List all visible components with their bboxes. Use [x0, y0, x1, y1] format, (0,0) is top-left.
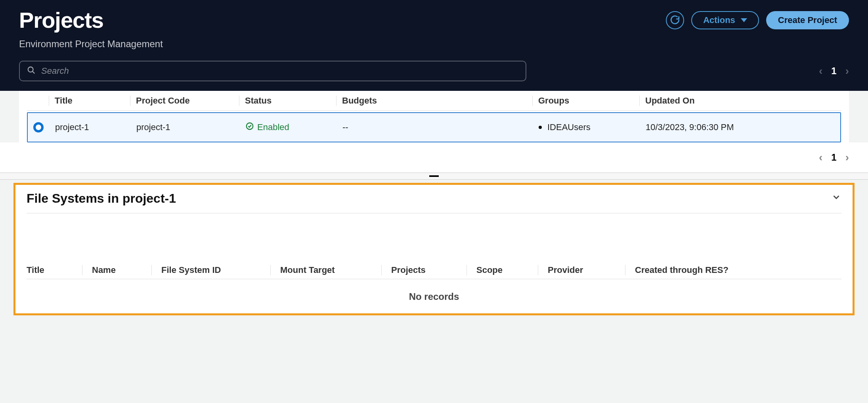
fs-col-scope[interactable]: Scope: [467, 265, 538, 275]
actions-dropdown-button[interactable]: Actions: [691, 11, 759, 29]
file-systems-table-header: Title Name File System ID Mount Target P…: [27, 261, 841, 279]
row-groups: IDEAUsers: [533, 122, 640, 132]
col-status[interactable]: Status: [239, 96, 336, 106]
create-project-button[interactable]: Create Project: [766, 11, 849, 29]
chevron-down-icon: [831, 192, 841, 205]
row-select-cell: [28, 122, 50, 132]
current-page: 1: [831, 152, 836, 163]
row-title: project-1: [50, 122, 131, 132]
title-block: Projects Environment Project Management: [19, 7, 163, 50]
svg-point-0: [28, 67, 33, 72]
row-group-name: IDEAUsers: [547, 122, 591, 132]
search-box[interactable]: [19, 61, 526, 81]
check-circle-icon: [245, 122, 254, 133]
actions-label: Actions: [703, 15, 735, 25]
top-pagination: ‹ 1 ›: [819, 65, 849, 77]
fs-col-provider[interactable]: Provider: [538, 265, 625, 275]
page-subtitle: Environment Project Management: [19, 38, 163, 50]
panel-resize-handle[interactable]: [0, 173, 868, 180]
collapse-button[interactable]: [831, 192, 841, 205]
header-actions: Actions Create Project: [666, 11, 849, 29]
caret-down-icon: [741, 18, 747, 22]
page-title: Projects: [19, 7, 163, 33]
header-top-row: Projects Environment Project Management …: [19, 7, 849, 50]
prev-page-button[interactable]: ‹: [819, 65, 822, 77]
col-updated[interactable]: Updated On: [639, 96, 841, 106]
search-input[interactable]: [41, 66, 518, 76]
row-radio[interactable]: [33, 122, 44, 132]
bottom-pagination: ‹ 1 ›: [819, 151, 849, 164]
row-status-text: Enabled: [257, 122, 289, 132]
fs-col-name[interactable]: Name: [82, 265, 151, 275]
search-icon: [27, 66, 36, 76]
next-page-button[interactable]: ›: [845, 151, 849, 164]
detail-title: File Systems in project-1: [27, 191, 176, 206]
detail-header: File Systems in project-1: [27, 191, 841, 213]
page-header: Projects Environment Project Management …: [0, 0, 868, 91]
next-page-button[interactable]: ›: [845, 65, 849, 77]
search-row: ‹ 1 ›: [19, 61, 849, 81]
projects-table-header: Title Project Code Status Budgets Groups…: [27, 91, 841, 111]
bullet-icon: [539, 126, 542, 129]
col-groups[interactable]: Groups: [532, 96, 639, 106]
prev-page-button[interactable]: ‹: [819, 151, 822, 164]
row-status: Enabled: [240, 122, 337, 133]
fs-col-mount[interactable]: Mount Target: [270, 265, 381, 275]
current-page: 1: [831, 65, 836, 77]
col-title[interactable]: Title: [49, 96, 130, 106]
table-row[interactable]: project-1 project-1 Enabled -- IDEAUsers…: [27, 112, 841, 142]
col-budgets[interactable]: Budgets: [336, 96, 532, 106]
refresh-icon: [670, 15, 680, 26]
fs-col-created[interactable]: Created through RES?: [625, 265, 841, 275]
file-systems-panel: File Systems in project-1 Title Name Fil…: [13, 183, 855, 315]
bottom-pagination-wrap: ‹ 1 ›: [0, 142, 868, 173]
fs-col-title[interactable]: Title: [27, 265, 82, 275]
fs-col-projects[interactable]: Projects: [381, 265, 467, 275]
row-budgets: --: [337, 122, 533, 132]
svg-line-1: [33, 71, 35, 74]
row-code: project-1: [131, 122, 240, 132]
col-code[interactable]: Project Code: [130, 96, 239, 106]
refresh-button[interactable]: [666, 11, 684, 29]
empty-state: No records: [27, 279, 841, 302]
projects-table: Title Project Code Status Budgets Groups…: [19, 91, 849, 142]
row-updated: 10/3/2023, 9:06:30 PM: [640, 122, 840, 132]
fs-col-fsid[interactable]: File System ID: [151, 265, 270, 275]
